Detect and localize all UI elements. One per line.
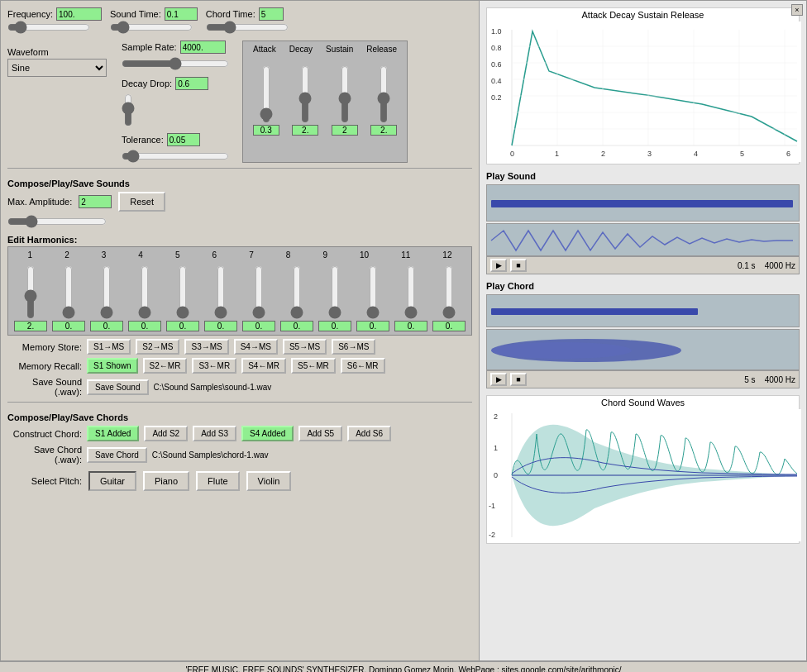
save-sound-button[interactable]: Save Sound [87,379,149,395]
harm-slider-12[interactable] [442,265,456,319]
harm-num-9: 9 [322,250,327,260]
decay-drop-slider[interactable] [122,93,135,126]
sound-time-slider[interactable] [110,21,193,34]
mem-store-s2[interactable]: S2→MS [136,339,179,355]
chord-s2[interactable]: Add S2 [144,426,188,441]
harm-val-6[interactable] [204,321,237,331]
adsr-attack-value[interactable] [253,125,279,136]
pitch-flute[interactable]: Flute [196,471,239,491]
sample-rate-slider[interactable] [122,57,229,70]
reset-button[interactable]: Reset [118,192,165,212]
mem-recall-s2[interactable]: S2←MR [143,358,188,374]
pitch-piano[interactable]: Piano [143,471,189,491]
mem-store-s5[interactable]: S5→MS [283,339,327,355]
harm-val-4[interactable] [128,321,161,331]
adsr-chart-title: Attack Decay Sustain Release [487,8,799,21]
waveform-section: Waveform Sine Square Triangle Sawtooth [7,47,107,163]
chord-time-input[interactable] [259,7,284,21]
footer: 'FREE MUSIC, FREE SOUNDS' SYNTHESIZER. D… [0,661,807,672]
chord-s5[interactable]: Add S5 [298,426,342,441]
mem-store-s3[interactable]: S3→MS [184,339,228,355]
play-chord-stop-btn[interactable]: ■ [510,373,527,386]
adsr-attack-slider[interactable] [260,65,273,123]
play-sound-play-btn[interactable]: ▶ [490,259,507,272]
adsr-sliders [246,57,404,123]
adsr-sustain-slider[interactable] [338,65,351,123]
harm-slider-1[interactable] [24,265,37,319]
harm-num-4: 4 [138,250,143,260]
mem-recall-s4[interactable]: S4←MR [241,358,286,374]
mem-store-s1[interactable]: S1→MS [87,339,131,355]
harm-slider-9[interactable] [328,265,341,319]
svg-rect-30 [491,308,698,315]
pitch-guitar[interactable]: Guitar [88,471,136,491]
harm-slider-4[interactable] [138,265,151,319]
mem-store-s6[interactable]: S6→MS [332,339,375,355]
harm-val-8[interactable] [280,321,313,331]
construct-chord-label: Construct Chord: [7,429,82,439]
sound-time-input[interactable] [165,7,198,21]
amplitude-slider[interactable] [7,215,107,228]
harm-values [12,321,468,331]
save-sound-path: C:\Sound Samples\sound-1.wav [154,383,272,392]
harm-slider-7[interactable] [252,265,265,319]
harm-val-2[interactable] [52,321,85,331]
adsr-release-value[interactable] [370,125,397,136]
adsr-decay-slider[interactable] [298,65,312,123]
mem-recall-s1[interactable]: S1 Shown [87,358,138,374]
harm-slider-2[interactable] [62,265,75,319]
svg-text:0.4: 0.4 [491,77,502,85]
mem-recall-s6[interactable]: S6←MR [341,358,385,374]
harm-val-12[interactable] [432,321,466,331]
harm-slider-3[interactable] [100,265,113,319]
harm-slider-10[interactable] [366,265,380,319]
harm-val-11[interactable] [394,321,427,331]
harmonics-section: Edit Harmonics: 1 2 3 4 5 6 7 8 9 10 11 [7,235,472,336]
middle-row: Waveform Sine Square Triangle Sawtooth S… [7,41,472,163]
chord-s6[interactable]: Add S6 [347,426,391,441]
svg-text:2: 2 [601,150,605,158]
svg-text:5: 5 [740,150,744,158]
chord-s1[interactable]: S1 Added [87,426,139,441]
save-chord-button[interactable]: Save Chord [87,447,147,463]
harm-val-7[interactable] [242,321,275,331]
decay-drop-label: Decay Drop: [122,79,172,88]
frequency-label: Frequency: [7,9,53,19]
play-sound-stop-btn[interactable]: ■ [510,259,527,272]
tolerance-input[interactable] [167,133,200,146]
harm-slider-11[interactable] [404,265,418,319]
frequency-slider[interactable] [7,21,90,34]
memory-recall-label: Memory Recall: [7,361,82,371]
mem-recall-s5[interactable]: S5←MR [291,358,336,374]
svg-text:0.8: 0.8 [491,44,502,52]
chord-s3[interactable]: Add S3 [193,426,236,441]
mem-recall-s3[interactable]: S3←MR [192,358,236,374]
tolerance-slider[interactable] [122,150,229,163]
chord-s4[interactable]: S4 Added [241,426,294,441]
play-chord-play-btn[interactable]: ▶ [490,373,507,386]
decay-drop-input[interactable] [175,77,208,90]
construct-chord-row: Construct Chord: S1 Added Add S2 Add S3 … [7,426,472,441]
harm-slider-8[interactable] [290,265,303,319]
harm-num-5: 5 [175,250,180,260]
chord-time-slider[interactable] [206,21,289,34]
harm-val-3[interactable] [90,321,123,331]
adsr-decay-value[interactable] [292,125,318,136]
adsr-decay-slider-group [298,65,312,123]
close-button[interactable]: × [791,4,803,16]
harm-val-1[interactable] [14,321,47,331]
harm-val-5[interactable] [166,321,199,331]
sample-rate-input[interactable] [180,41,226,54]
max-amplitude-input[interactable] [79,195,112,208]
pitch-violin[interactable]: Violin [246,471,292,491]
harm-slider-5[interactable] [176,265,189,319]
harm-val-9[interactable] [318,321,351,331]
harm-val-10[interactable] [356,321,389,331]
frequency-input[interactable] [56,7,102,21]
adsr-sustain-value[interactable] [332,125,358,136]
harm-slider-6[interactable] [214,265,227,319]
waveform-dropdown[interactable]: Sine Square Triangle Sawtooth [7,59,107,77]
mem-store-s4[interactable]: S4→MS [234,339,278,355]
adsr-chart-svg: 1.0 0.8 0.6 0.4 0.2 0 1 2 3 4 5 6 [487,21,801,162]
adsr-release-slider[interactable] [377,65,390,123]
